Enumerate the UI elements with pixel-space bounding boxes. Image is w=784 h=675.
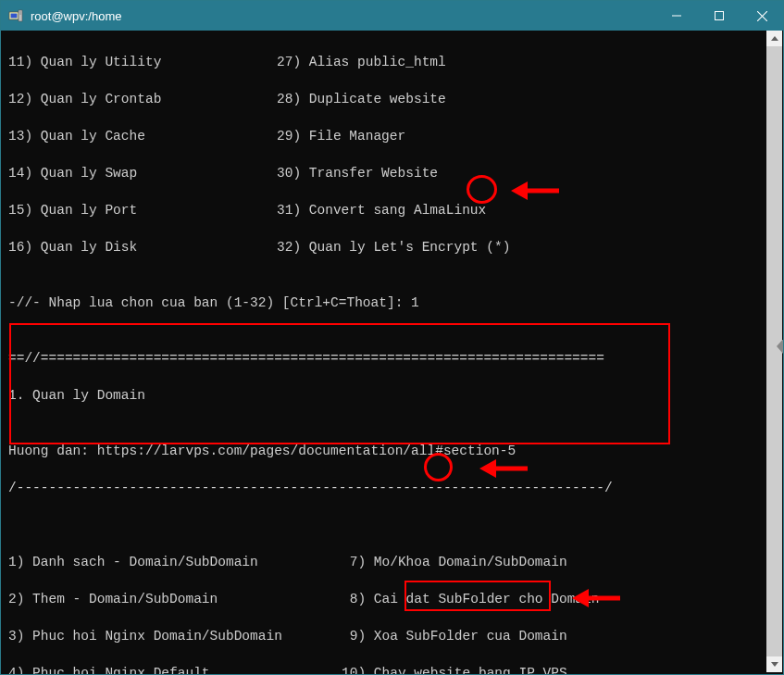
titlebar: root@wpv:/home (1, 1, 783, 31)
terminal-output[interactable]: 11) Quan ly Utility27) Alias public_html… (1, 31, 783, 674)
submenu-row: 4) Phuc hoi Nginx Default10) Chay websit… (8, 664, 783, 675)
svg-marker-17 (777, 338, 784, 355)
putty-icon (8, 8, 23, 23)
submenu-row: 3) Phuc hoi Nginx Domain/SubDomain 9) Xo… (8, 627, 783, 645)
menu-row: 13) Quan ly Cache29) File Manager (8, 127, 783, 145)
menu-row: 16) Quan ly Disk32) Quan ly Let's Encryp… (8, 238, 783, 256)
svg-rect-1 (11, 14, 18, 19)
submenu-row: 2) Them - Domain/SubDomain 8) Cai dat Su… (8, 590, 783, 608)
window-title: root@wpv:/home (31, 9, 655, 23)
scroll-down-arrow[interactable] (766, 656, 782, 672)
submenu-row: 1) Danh sach - Domain/SubDomain 7) Mo/Kh… (8, 553, 783, 571)
minimize-button[interactable] (655, 1, 698, 31)
input-value-1: 1 (411, 295, 419, 310)
submenu-block: 1) Danh sach - Domain/SubDomain 7) Mo/Kh… (8, 534, 783, 675)
menu-row: 12) Quan ly Crontab28) Duplicate website (8, 90, 783, 108)
resize-handle-icon (777, 338, 784, 355)
close-button[interactable] (740, 1, 783, 31)
svg-marker-10 (771, 662, 778, 667)
separator: ==//====================================… (8, 349, 783, 368)
menu-row: 11) Quan ly Utility27) Alias public_html (8, 53, 783, 71)
menu-row: 14) Quan ly Swap30) Transfer Website (8, 164, 783, 182)
menu-row: 15) Quan ly Port31) Convert sang AlmaLin… (8, 201, 783, 219)
svg-marker-9 (771, 36, 778, 41)
prompt-1: -//- Nhap lua chon cua ban (1-32) [Ctrl+… (8, 294, 783, 312)
section-title: 1. Quan ly Domain (8, 386, 783, 405)
svg-rect-6 (716, 12, 724, 20)
maximize-button[interactable] (698, 1, 740, 31)
scroll-up-arrow[interactable] (766, 31, 782, 46)
separator: /---------------------------------------… (8, 479, 783, 497)
guide-link: Huong dan: https://larvps.com/pages/docu… (8, 442, 783, 460)
